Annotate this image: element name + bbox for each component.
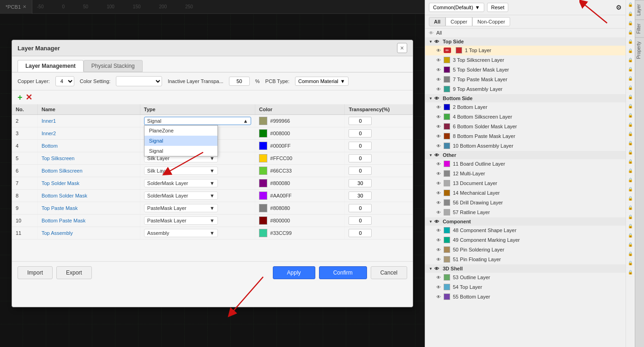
lock-icon[interactable]: 🔒 <box>626 9 635 18</box>
type-dropdown-item[interactable]: PlaneZone <box>144 126 217 136</box>
row-color[interactable]: #999966 <box>255 115 345 127</box>
row-type[interactable]: PasteMask Layer▼ <box>140 215 255 227</box>
layer-visibility-icon[interactable]: 👁 <box>436 238 441 243</box>
row-name-link[interactable]: Bottom Silkscreen <box>42 168 83 174</box>
layer-visibility-icon[interactable]: 👁 <box>436 124 441 129</box>
layer-list-item[interactable]: 👁56 Drill Drawing Layer <box>425 198 626 208</box>
color-swatch[interactable] <box>259 117 267 125</box>
row-name-link[interactable]: Bottom Paste Mask <box>42 218 85 223</box>
type-value[interactable]: SolderMask Layer▼ <box>144 179 218 187</box>
layer-visibility-icon[interactable]: 👁 <box>436 58 441 63</box>
layer-list-item[interactable]: 👁4 Bottom Silkscreen Layer <box>425 112 626 122</box>
type-dropdown-item[interactable]: Signal <box>144 146 217 156</box>
lock-icon[interactable]: 🔒 <box>626 129 635 138</box>
transparency-input[interactable] <box>349 229 372 237</box>
layer-section-header[interactable]: ▼👁Component <box>425 217 626 226</box>
confirm-button[interactable]: Confirm <box>319 266 367 279</box>
layer-visibility-icon[interactable]: 👁 <box>436 294 441 299</box>
transparency-input[interactable] <box>349 154 372 162</box>
transparency-input[interactable] <box>349 129 372 138</box>
row-transparency[interactable] <box>345 115 413 127</box>
pcb-type-dropdown[interactable]: Common Material ▼ <box>295 77 349 86</box>
layer-item-all[interactable]: 👁 All <box>425 29 626 37</box>
layer-section-header[interactable]: ▼👁Top Side <box>425 37 626 46</box>
layer-list-item[interactable]: 👁7 Top Paste Mask Layer <box>425 75 626 84</box>
lock-icon[interactable]: 🔒 <box>626 249 635 258</box>
transparency-input[interactable] <box>349 179 372 187</box>
lock-icon[interactable]: 🔒 <box>626 212 635 221</box>
row-name-link[interactable]: Top Silkscreen <box>42 156 75 161</box>
layer-visibility-icon[interactable]: 👁 <box>436 105 441 110</box>
layer-list-item[interactable]: 👁9 Top Assembly Layer <box>425 84 626 94</box>
layer-list-item[interactable]: 👁48 Component Shape Layer <box>425 226 626 235</box>
color-swatch[interactable] <box>259 142 267 150</box>
lock-icon[interactable]: 🔒 <box>626 240 635 249</box>
row-transparency[interactable] <box>345 177 413 190</box>
inactive-layer-input[interactable]: 50 <box>229 77 250 86</box>
layer-visibility-icon[interactable]: 👁 <box>436 87 441 92</box>
row-name-link[interactable]: Bottom <box>42 143 58 149</box>
settings-icon[interactable]: ⚙ <box>616 4 622 11</box>
row-color[interactable]: #AA00FF <box>255 190 345 202</box>
row-type[interactable]: SolderMask Layer▼ <box>140 190 255 202</box>
side-tab-property[interactable]: Property <box>635 37 644 63</box>
row-name-link[interactable]: Top Paste Mask <box>42 205 78 211</box>
transparency-input[interactable] <box>349 191 372 200</box>
lock-icon[interactable]: 🔒 <box>626 102 635 111</box>
layer-list-item[interactable]: 👁2 Bottom Layer <box>425 102 626 112</box>
row-name-link[interactable]: Top Assembly <box>42 230 73 236</box>
layer-list-item[interactable]: 👁5 Top Solder Mask Layer <box>425 65 626 75</box>
layer-visibility-icon[interactable]: 👁 <box>436 181 441 186</box>
filter-tab-non-copper[interactable]: Non-Copper <box>472 17 510 26</box>
row-transparency[interactable] <box>345 190 413 202</box>
type-value[interactable]: Assembly▼ <box>144 229 218 237</box>
table-row[interactable]: 2Inner1Signal▲PlaneZoneSignalSignal#9999… <box>12 115 413 127</box>
delete-layer-button[interactable]: ✕ <box>25 92 32 102</box>
layer-visibility-icon[interactable]: 👁 <box>436 67 441 72</box>
color-swatch[interactable] <box>259 167 267 175</box>
row-type[interactable]: PasteMask Layer▼ <box>140 202 255 215</box>
dialog-close-button[interactable]: × <box>397 43 407 53</box>
table-row[interactable]: 9Top Paste MaskPasteMask Layer▼#808080 <box>12 202 413 215</box>
filter-tab-all[interactable]: All <box>429 17 445 26</box>
color-swatch[interactable] <box>259 229 267 237</box>
transparency-input[interactable] <box>349 167 372 175</box>
layer-visibility-icon[interactable]: 👁 <box>436 247 441 252</box>
lock-icon[interactable]: 🔒 <box>626 0 635 9</box>
table-row[interactable]: 10Bottom Paste MaskPasteMask Layer▼#8000… <box>12 215 413 227</box>
row-transparency[interactable] <box>345 202 413 215</box>
lock-icon[interactable]: 🔒 <box>626 258 635 268</box>
row-color[interactable]: #808080 <box>255 202 345 215</box>
layer-visibility-icon[interactable]: 👁 <box>436 210 441 215</box>
table-row[interactable]: 7Top Solder MaskSolderMask Layer▼#800080 <box>12 177 413 190</box>
row-transparency[interactable] <box>345 127 413 140</box>
lock-icon[interactable]: 🔒 <box>626 55 635 65</box>
side-tab-filter[interactable]: Filter <box>635 19 644 37</box>
color-swatch[interactable] <box>259 179 267 187</box>
layer-list-item[interactable]: 👁10 Bottom Assembly Layer <box>425 141 626 151</box>
layer-visibility-icon[interactable]: 👁 <box>436 228 441 233</box>
transparency-input[interactable] <box>349 216 372 225</box>
transparency-input[interactable] <box>349 142 372 150</box>
row-name-link[interactable]: Bottom Solder Mask <box>42 193 87 198</box>
row-color[interactable]: #FFCC00 <box>255 152 345 165</box>
layer-table-scroll[interactable]: No. Name Type Color Transparency(%) 2Inn… <box>12 104 413 261</box>
tab-layer-management[interactable]: Layer Management <box>18 60 84 72</box>
layer-list-item[interactable]: 👁49 Component Marking Layer <box>425 235 626 245</box>
apply-button[interactable]: Apply <box>273 266 315 279</box>
color-swatch[interactable] <box>259 191 267 200</box>
lock-icon[interactable]: 🔒 <box>626 185 635 194</box>
layer-list-item[interactable]: 👁50 Pin Soldering Layer <box>425 245 626 255</box>
type-select-display[interactable]: Signal▲ <box>144 117 252 125</box>
lock-icon[interactable]: 🔒 <box>626 148 635 157</box>
table-row[interactable]: 11Top AssemblyAssembly▼#33CC99 <box>12 227 413 239</box>
layer-section-header[interactable]: ▼👁Other <box>425 151 626 159</box>
lock-icon[interactable]: 🔒 <box>626 231 635 240</box>
lock-icon[interactable]: 🔒 <box>626 83 635 92</box>
lock-icon[interactable]: 🔒 <box>626 37 635 46</box>
reset-button[interactable]: Reset <box>487 3 509 12</box>
type-dropdown-item[interactable]: Signal <box>144 136 217 146</box>
type-value[interactable]: Silk Layer▼ <box>144 167 218 175</box>
lock-icon[interactable]: 🔒 <box>626 46 635 55</box>
filter-tab-copper[interactable]: Copper <box>445 17 472 26</box>
